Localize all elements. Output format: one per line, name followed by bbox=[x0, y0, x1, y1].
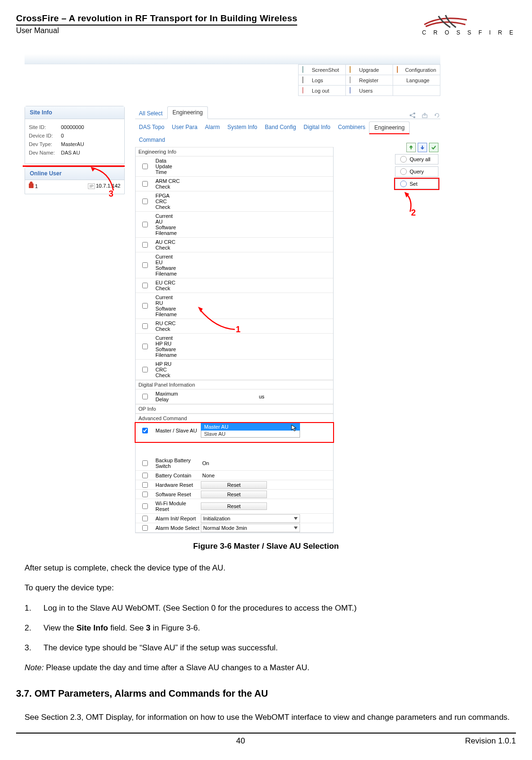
user-para-tab[interactable]: User Para bbox=[168, 121, 201, 134]
online-count: 1 bbox=[35, 183, 38, 189]
query-button[interactable]: Query bbox=[395, 166, 438, 177]
battery-contain-row: Battery Contain None bbox=[136, 471, 333, 480]
gear-icon bbox=[397, 66, 398, 73]
check-chip[interactable] bbox=[429, 143, 438, 152]
modem-type-checkbox[interactable] bbox=[142, 449, 148, 454]
table-row: Data Update Time bbox=[136, 156, 333, 177]
camera-icon bbox=[302, 66, 303, 73]
master-slave-dropdown[interactable]: Master AU Slave AU bbox=[201, 423, 300, 438]
alarm-tab[interactable]: Alarm bbox=[201, 121, 223, 134]
top-buttons-grid: ScreenShot Upgrade Configuration Logs Re… bbox=[298, 64, 440, 96]
master-slave-checkbox[interactable] bbox=[142, 428, 148, 433]
annotation-label-2: 2 bbox=[411, 208, 416, 218]
table-row: ARM CRC Check bbox=[136, 177, 333, 191]
slave-au-option[interactable]: Slave AU bbox=[201, 431, 300, 438]
command-tab[interactable]: Command bbox=[135, 134, 169, 146]
page-number: 40 bbox=[16, 736, 465, 746]
row-label: Data Update Time bbox=[154, 156, 182, 176]
upload-chip[interactable] bbox=[406, 143, 416, 152]
table-row: AU CRC Check bbox=[136, 238, 333, 252]
das-topo-tab[interactable]: DAS Topo bbox=[135, 121, 168, 134]
row-checkbox[interactable] bbox=[142, 199, 148, 204]
language-button[interactable]: Language bbox=[393, 75, 440, 86]
combiners-tab[interactable]: Combiners bbox=[334, 121, 369, 134]
engineering-subtab[interactable]: Engineering bbox=[369, 121, 410, 134]
site-info-header: Site Info bbox=[25, 106, 124, 119]
wifi-reset-checkbox[interactable] bbox=[142, 503, 148, 509]
row-checkbox[interactable] bbox=[142, 367, 148, 372]
top-tab-bar: All Select Engineering bbox=[135, 106, 440, 119]
modem-type-row: Modem Type bbox=[136, 447, 333, 456]
row-checkbox[interactable] bbox=[142, 164, 148, 169]
set-button[interactable]: Set bbox=[395, 179, 438, 189]
battery-contain-checkbox[interactable] bbox=[142, 473, 148, 478]
row-checkbox[interactable] bbox=[142, 262, 148, 268]
cursor-icon bbox=[291, 424, 298, 432]
eng-info-section: Engineering Info bbox=[136, 147, 333, 156]
alarm-mode-row: Alarm Mode Select Normal Mode 3min bbox=[136, 523, 333, 533]
hw-reset-button[interactable]: Reset bbox=[201, 481, 267, 489]
register-button[interactable]: Register bbox=[346, 75, 393, 86]
chevron-down-icon bbox=[294, 527, 298, 529]
list-item: 3.The device type should be “Slave AU” i… bbox=[25, 640, 516, 656]
backup-battery-checkbox[interactable] bbox=[142, 460, 148, 466]
logs-button[interactable]: Logs bbox=[299, 75, 346, 86]
hw-reset-checkbox[interactable] bbox=[142, 482, 148, 488]
dev-type-value: MasterAU bbox=[61, 141, 84, 147]
share-icon[interactable] bbox=[409, 112, 416, 119]
download-chip[interactable] bbox=[418, 143, 427, 152]
row-checkbox[interactable] bbox=[142, 323, 148, 329]
alarm-init-select[interactable]: Initialization bbox=[201, 514, 300, 523]
screenshot-button[interactable]: ScreenShot bbox=[299, 65, 346, 75]
band-config-tab[interactable]: Band Config bbox=[261, 121, 300, 134]
section-heading: 3.7. OMT Parameters, Alarms and Commands… bbox=[16, 688, 516, 699]
row-checkbox[interactable] bbox=[142, 344, 148, 349]
row-label: Current HP RU Software Filename bbox=[154, 334, 182, 359]
query-all-button[interactable]: Query all bbox=[395, 154, 438, 164]
adv-cmd-section: Advanced Command bbox=[136, 414, 333, 423]
row-label: RU CRC Check bbox=[154, 319, 182, 333]
export-icon[interactable] bbox=[421, 112, 428, 119]
paragraph: See Section 2.3, OMT Display, for inform… bbox=[25, 708, 516, 726]
dev-type-label: Dev Type: bbox=[29, 141, 58, 147]
modem-type-label: Modem Type bbox=[154, 447, 201, 456]
max-delay-unit: us bbox=[257, 393, 333, 400]
wifi-reset-button[interactable]: Reset bbox=[201, 502, 267, 510]
digital-info-tab[interactable]: Digital Info bbox=[300, 121, 335, 134]
max-delay-checkbox[interactable] bbox=[142, 394, 148, 399]
row-label: Current RU Software Filename bbox=[154, 293, 182, 319]
document-icon bbox=[350, 77, 351, 83]
row-label: Current EU Software Filename bbox=[154, 252, 182, 278]
upgrade-button[interactable]: Upgrade bbox=[346, 65, 393, 75]
alarm-mode-checkbox[interactable] bbox=[142, 525, 148, 531]
max-delay-row: Maximum Delay us bbox=[136, 389, 333, 404]
device-id-value: 0 bbox=[61, 133, 64, 138]
sw-reset-button[interactable]: Reset bbox=[201, 491, 267, 498]
row-checkbox[interactable] bbox=[142, 303, 148, 309]
brand-block: C R O S S F I R E bbox=[422, 13, 516, 36]
row-checkbox[interactable] bbox=[142, 242, 148, 248]
engineering-tab[interactable]: Engineering bbox=[167, 106, 208, 119]
annotation-label-3: 3 bbox=[109, 189, 113, 199]
dev-name-value: DAS AU bbox=[61, 150, 80, 155]
users-button[interactable]: Users bbox=[346, 86, 393, 96]
refresh-icon[interactable] bbox=[434, 112, 440, 119]
all-select-link[interactable]: All Select bbox=[135, 108, 166, 119]
logout-button[interactable]: Log out bbox=[299, 86, 346, 96]
sw-reset-checkbox[interactable] bbox=[142, 492, 148, 497]
site-info-panel: Site Info Site ID:00000000 Device ID:0 D… bbox=[25, 106, 125, 164]
system-info-tab[interactable]: System Info bbox=[223, 121, 261, 134]
log-icon bbox=[302, 77, 303, 83]
chevron-down-icon bbox=[294, 517, 298, 520]
table-row: Current HP RU Software Filename bbox=[136, 334, 333, 360]
row-checkbox[interactable] bbox=[142, 283, 148, 288]
gear-icon bbox=[400, 181, 407, 187]
paragraph: To query the device type: bbox=[25, 580, 516, 596]
alarm-mode-select[interactable]: Normal Mode 3min bbox=[201, 524, 300, 532]
figure-caption: Figure 3-6 Master / Slave AU Selection bbox=[16, 542, 516, 551]
row-checkbox[interactable] bbox=[142, 222, 148, 227]
configuration-button[interactable]: Configuration bbox=[393, 65, 440, 75]
user-icon bbox=[29, 183, 34, 188]
row-checkbox[interactable] bbox=[142, 181, 148, 187]
alarm-init-checkbox[interactable] bbox=[142, 516, 148, 521]
